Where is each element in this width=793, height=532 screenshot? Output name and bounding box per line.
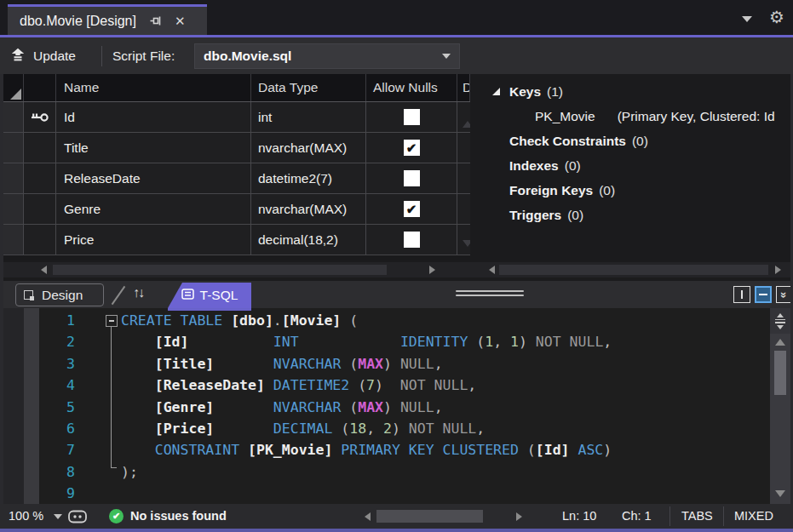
data-type-cell[interactable]: decimal(18,2) [251,225,366,255]
close-icon[interactable]: ✕ [175,14,186,27]
code-line-7[interactable]: 7 CONSTRAINT [PK_Movie] PRIMARY KEY CLUS… [3,439,770,460]
scrollbar-thumb[interactable] [774,351,786,395]
scroll-left-icon[interactable] [489,266,495,274]
context-horizontal-scrollbar[interactable] [470,262,790,277]
tree-node-check-constraints[interactable]: Check Constraints(0) [470,129,790,153]
tree-node-indexes[interactable]: Indexes(0) [470,153,790,178]
tree-node-keys[interactable]: Keys(1) [470,79,790,104]
data-type-cell[interactable]: int [251,102,366,132]
allow-nulls-cell[interactable]: ✔ [366,133,457,163]
grid-horizontal-scrollbar[interactable] [3,262,470,277]
scroll-up-icon[interactable] [775,339,785,346]
expanded-triangle-icon[interactable] [492,88,500,95]
window-menu-chevron-icon[interactable] [742,16,752,22]
split-horizontal-button[interactable] [755,286,772,303]
swap-panes-icon[interactable]: ↑↓ [133,285,143,300]
tree-node-label: Triggers [509,208,561,223]
allow-nulls-cell[interactable] [366,102,457,132]
allow-nulls-cell[interactable] [366,225,457,255]
allow-nulls-checkbox[interactable]: ✔ [404,140,420,156]
scroll-right-icon[interactable] [429,266,435,274]
tab-design[interactable]: Design [15,283,104,306]
column-name-cell[interactable]: Id [56,102,251,132]
horizontal-splitter-grip[interactable] [456,290,524,299]
row-selector[interactable] [3,163,24,193]
code-line-1[interactable]: 1CREATE TABLE [dbo].[Movie] ( [3,310,770,331]
allow-nulls-cell[interactable]: ✔ [366,194,457,224]
code-line-2[interactable]: 2 [Id] INT IDENTITY (1, 1) NOT NULL, [3,331,770,352]
select-all-triangle-icon[interactable] [10,89,21,100]
editor-vertical-scrollbar[interactable] [770,308,790,504]
grid-corner-cell[interactable] [3,74,24,101]
status-indent-mode[interactable]: TABS [681,509,713,523]
scroll-left-icon[interactable] [41,266,47,274]
allow-nulls-checkbox[interactable] [404,232,420,248]
pin-icon[interactable] [150,14,163,27]
tree-node-triggers[interactable]: Triggers(0) [470,203,790,227]
code-line-5[interactable]: 5 [Genre] NVARCHAR (MAX) NULL, [3,397,770,418]
column-name-cell[interactable]: Price [56,225,251,255]
code-fold-collapse-icon[interactable] [106,315,118,327]
grid-column-header[interactable]: Name [56,74,251,101]
grid-row-title[interactable]: Titlenvarchar(MAX)✔ [3,133,470,163]
grid-row-releasedate[interactable]: ReleaseDatedatetime2(7) [3,163,470,194]
zoom-level[interactable]: 100 % [9,509,43,523]
row-selector[interactable] [3,225,24,255]
data-type-cell[interactable]: nvarchar(MAX) [251,133,366,163]
scroll-down-icon[interactable] [775,490,785,497]
zoom-chevron-icon[interactable] [54,514,62,519]
status-encoding-mode[interactable]: MIXED [734,509,773,523]
scrollbar-thumb[interactable] [499,265,768,275]
column-name-cell[interactable]: Title [56,133,251,163]
grid-scroll-down-icon[interactable] [463,240,470,247]
grid-row-id[interactable]: Idint [3,102,470,133]
grid-row-price[interactable]: Pricedecimal(18,2) [3,225,470,255]
data-type-cell[interactable]: nvarchar(MAX) [251,194,366,224]
grid-column-header[interactable]: D [457,74,470,101]
code-text: [Title] NVARCHAR (MAX) NULL, [121,353,443,375]
tree-node-foreign-keys[interactable]: Foreign Keys(0) [470,178,790,203]
line-number: 3 [3,353,75,375]
scrollbar-thumb[interactable] [53,265,387,275]
tsql-code-editor[interactable]: 1CREATE TABLE [dbo].[Movie] (2 [Id] INT … [3,308,790,504]
scroll-left-icon[interactable] [365,512,371,521]
scroll-right-icon[interactable] [516,512,522,521]
row-selector[interactable] [3,194,24,224]
column-name-cell[interactable]: ReleaseDate [56,163,251,193]
grid-column-header[interactable]: Data Type [251,74,366,101]
code-line-9[interactable]: 9 [3,483,770,504]
copilot-icon[interactable] [68,510,87,526]
tree-node-label: Check Constraints [509,134,626,149]
code-line-8[interactable]: 8); [3,461,770,483]
row-selector[interactable] [3,133,24,163]
row-selector[interactable] [3,102,24,132]
allow-nulls-cell[interactable] [366,163,457,193]
code-line-3[interactable]: 3 [Title] NVARCHAR (MAX) NULL, [3,353,770,375]
tab-dbo-movie-design[interactable]: dbo.Movie [Design] ✕ [8,4,207,35]
gear-icon[interactable]: ⚙ [769,7,784,27]
data-type-cell[interactable]: datetime2(7) [251,163,366,193]
grid-row-genre[interactable]: Genrenvarchar(MAX)✔ [3,194,470,225]
allow-nulls-checkbox[interactable]: ✔ [404,201,420,217]
code-line-6[interactable]: 6 [Price] DECIMAL (18, 2) NOT NULL, [3,418,770,439]
code-line-4[interactable]: 4 [ReleaseDate] DATETIME2 (7) NOT NULL, [3,375,770,396]
default-cell[interactable] [457,133,470,163]
column-name-cell[interactable]: Genre [56,194,251,224]
scroll-right-icon[interactable] [775,266,781,274]
scrollbar-thumb[interactable] [376,510,483,523]
tree-node-count: (0) [599,183,615,198]
allow-nulls-checkbox[interactable] [404,170,420,186]
grid-scroll-up-icon[interactable] [463,121,470,128]
tab-tsql[interactable]: T-SQL [168,283,251,308]
default-cell[interactable] [457,163,470,193]
editor-horizontal-scrollbar[interactable] [358,504,528,529]
split-vertical-button[interactable] [733,286,750,303]
code-lines[interactable]: 1CREATE TABLE [dbo].[Movie] (2 [Id] INT … [3,310,770,504]
grid-column-header[interactable]: Allow Nulls [366,74,457,101]
update-button[interactable]: Update [10,44,76,68]
tree-child-pk_movie[interactable]: PK_Movie(Primary Key, Clustered: Id [470,104,790,129]
allow-nulls-checkbox[interactable] [404,109,420,125]
editor-split-grip[interactable] [770,308,790,334]
script-file-dropdown[interactable]: dbo.Movie.sql [194,43,460,69]
default-cell[interactable] [457,194,470,224]
